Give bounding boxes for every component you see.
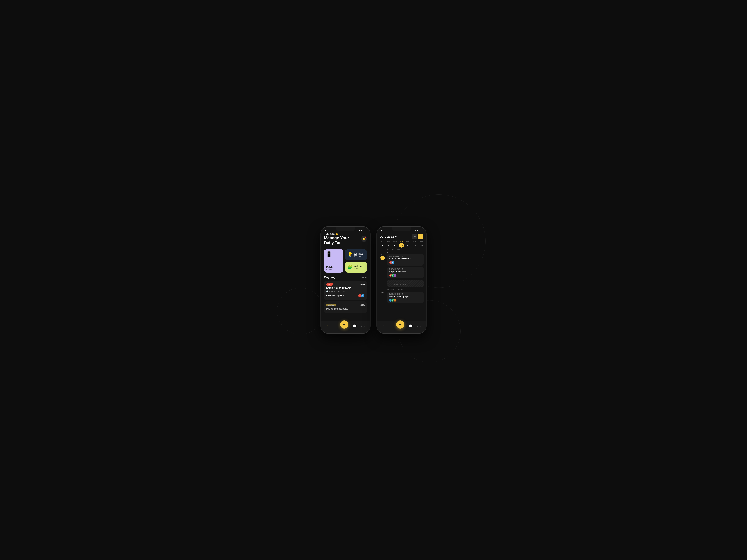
event-time-crypto: 11:00 AM - 3:00 PM	[389, 268, 422, 270]
calendar-header: July 2023 ▾	[377, 233, 426, 241]
nav2-tasks-button[interactable]: ☰	[389, 324, 391, 328]
day-label-wed: Wed	[406, 241, 410, 242]
event-card-saloon[interactable]: 10:00 AM - 4:00 PM Saloon App Wireframe …	[387, 254, 423, 266]
priority-badge-high: High	[326, 283, 333, 286]
avatar-0-1: B	[361, 294, 365, 298]
notification-dot	[365, 237, 366, 238]
event-card-break: Break 1:00 PM - 2:00 PM	[387, 280, 423, 287]
time-dot	[387, 252, 388, 253]
nav2-chat-button[interactable]: 💬	[409, 324, 413, 328]
phone2-screen: 9:41 ▲▲▲ ⌾ ▭ July 2023 ▾	[377, 226, 426, 334]
avatar-crypto-2: E	[393, 274, 396, 277]
day-col-16[interactable]: Tue 16	[398, 241, 405, 248]
signal-icon2: ▲▲▲	[413, 230, 418, 231]
website-info: Website 5 Tasks	[354, 265, 362, 269]
tasks-icon2: ☰	[389, 324, 391, 328]
fab2-add-button[interactable]: +	[396, 320, 404, 328]
task-footer-0: Due Date: August 25 A B	[326, 294, 365, 298]
day-marker-tue-label: Tue	[381, 254, 384, 256]
notification-button[interactable]: 🔔	[361, 236, 367, 242]
task-card-0[interactable]: High 82% Salon App Wireframe 🕐 10:00 AM …	[324, 281, 367, 300]
svg-rect-5	[419, 237, 420, 238]
clock-icon: 🕐	[326, 290, 328, 292]
phone2-status-icons: ▲▲▲ ⌾ ▭	[413, 230, 422, 232]
day-label-sat: Sat	[380, 241, 383, 242]
task-percent-1: 64%	[360, 304, 365, 306]
nav-tasks-button[interactable]: ☰	[333, 324, 336, 328]
project-card-website[interactable]: 🧩 Website 5 Tasks	[345, 262, 367, 272]
title-line2: Daily Task	[324, 240, 349, 245]
break-label: Break	[389, 281, 422, 283]
phone1-status-icons: ▲▲▲ ⌾ ▭	[357, 230, 366, 232]
hello-label: Hello	[324, 233, 329, 235]
day-col-19[interactable]: Fri 19	[418, 241, 424, 248]
phone2-bottom-nav: ⌂ ☰ + 💬 ◯	[377, 321, 426, 334]
greeting-text: Hello Rakib 👋	[324, 233, 349, 235]
svg-rect-0	[414, 236, 415, 236]
wireframe-tasks: 12 Tasks	[354, 255, 365, 257]
day-col-18[interactable]: Thu 18	[412, 241, 418, 248]
due-label-0: Due Date:	[326, 295, 335, 297]
title-line1: Manage Your	[324, 236, 349, 240]
day-col-13[interactable]: Sat 13	[379, 241, 385, 248]
day-label-tue: Tue	[400, 241, 403, 242]
view-btn-grid[interactable]	[418, 234, 423, 239]
main-title: Manage Your Daily Task	[324, 236, 349, 245]
phone1-main-content: Hello Rakib 👋 Manage Your Daily Task 🔔	[321, 233, 370, 313]
month-title[interactable]: July 2023 ▾	[380, 235, 396, 238]
day-label-fri: Fri	[420, 241, 423, 242]
current-time-indicator	[380, 252, 423, 253]
scene: 9:41 ▲▲▲ ⌾ ▭ Hello Rakib 👋	[274, 210, 473, 350]
break-time: 1:00 PM - 2:00 PM	[389, 283, 422, 286]
project-card-wireframe[interactable]: 💡 Wireframe 12 Tasks	[345, 249, 367, 260]
wifi-icon2: ⌾	[419, 230, 420, 231]
event-card-crypto[interactable]: 11:00 AM - 3:00 PM Crypto Website UI A C…	[387, 267, 423, 278]
priority-badge-medium: Medium	[326, 304, 336, 306]
nav-home-button[interactable]: ⌂	[326, 324, 328, 328]
profile-icon: ◯	[361, 324, 365, 328]
battery-icon: ▭	[365, 230, 366, 232]
ongoing-title: Ongoing	[324, 276, 336, 279]
day-marker-tue: Tue 16	[380, 254, 386, 287]
nav2-home-button[interactable]: ⌂	[382, 324, 384, 328]
chevron-down-icon: ▾	[395, 235, 396, 238]
timeline-row-tue: Tue 16 10:00 AM - 4:00 PM Saloon App Wir…	[380, 254, 423, 287]
phone2-notch	[392, 226, 411, 231]
time-line	[389, 252, 423, 253]
view-btn-list[interactable]	[412, 234, 417, 239]
wireframe-name: Wireframe	[354, 252, 365, 255]
phone1-bottom-nav: ⌂ ☰ + 💬 ◯	[321, 321, 370, 334]
events-col-tue: 10:00 AM - 4:00 PM Saloon App Wireframe …	[387, 254, 423, 287]
event-card-learning[interactable]: 11:00 AM - 3:00 PM Online Learning App B…	[387, 292, 423, 303]
phone1-screen: 9:41 ▲▲▲ ⌾ ▭ Hello Rakib 👋	[321, 226, 370, 334]
signal-icon: ▲▲▲	[357, 230, 362, 231]
battery-icon2: ▭	[421, 230, 422, 232]
svg-rect-4	[421, 236, 421, 236]
nav-chat-button[interactable]: 💬	[353, 324, 357, 328]
day-col-14[interactable]: Sun 14	[385, 241, 391, 248]
task-name-1: Marketing Website	[326, 308, 365, 310]
phone-calendar: 9:41 ▲▲▲ ⌾ ▭ July 2023 ▾	[377, 226, 427, 334]
project-card-mobile[interactable]: 📱 Mobile 6 Tasks	[324, 249, 343, 272]
project-grid: 📱 Mobile 6 Tasks 💡 Wireframe 12 Tasks	[324, 249, 367, 272]
fab-add-button[interactable]: +	[340, 320, 348, 328]
avatar-saloon-1: B	[391, 261, 394, 264]
day-marker-wed-num: 17	[380, 293, 385, 298]
task-card-1[interactable]: Medium 64% Marketing Website	[324, 301, 367, 313]
phone2-main-content: July 2023 ▾	[377, 233, 426, 334]
chat-icon2: 💬	[409, 324, 413, 328]
greeting-section: Hello Rakib 👋 Manage Your Daily Task	[324, 233, 349, 248]
calendar-days-strip: Sat 13 Sun 14 Mon 15 Tue 16	[377, 241, 426, 248]
avatar-group-0: A B	[358, 294, 365, 298]
wave-emoji: 👋	[336, 233, 338, 235]
day-col-17[interactable]: Wed 17	[405, 241, 411, 248]
time-header-2: 09:00 AM - 07:00 PM	[380, 289, 423, 290]
nav2-profile-button[interactable]: ◯	[417, 324, 421, 328]
deco-circle-3	[277, 288, 324, 335]
see-all-link[interactable]: See All	[361, 276, 367, 278]
avatar-group-saloon: A B	[389, 261, 422, 264]
nav-profile-button[interactable]: ◯	[361, 324, 365, 328]
day-col-15[interactable]: Mon 15	[392, 241, 398, 248]
event-title-crypto: Crypto Website UI	[389, 270, 422, 273]
tasks-icon: ☰	[333, 324, 336, 328]
